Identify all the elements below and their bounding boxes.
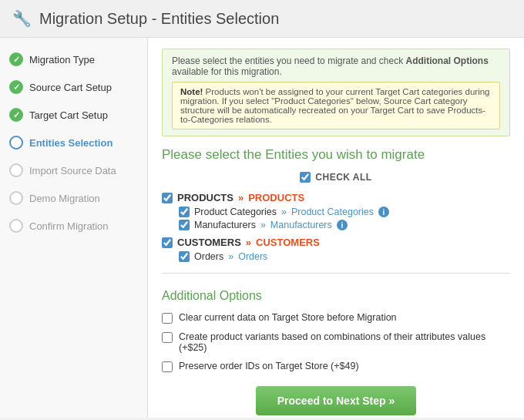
- product-categories-target: Product Categories: [291, 207, 374, 217]
- button-row: Proceed to Next Step »: [162, 386, 510, 415]
- manufacturers-target: Manufacturers: [270, 220, 332, 230]
- divider: [162, 273, 510, 274]
- manufacturers-checkbox[interactable]: [179, 220, 190, 230]
- customers-checkbox[interactable]: [162, 237, 173, 248]
- products-target-label: PRODUCTS: [248, 192, 304, 203]
- sidebar-item-migration-type[interactable]: Migration Type: [0, 45, 147, 73]
- main-content: Please select the entities you need to m…: [148, 38, 524, 418]
- inactive-icon-import-source-data: [9, 163, 23, 177]
- manufacturers-arrow: »: [260, 220, 266, 230]
- entity-main-products: PRODUCTS » PRODUCTS: [162, 192, 510, 203]
- sidebar-item-demo-migration[interactable]: Demo Migration: [0, 184, 147, 212]
- product-categories-info-icon[interactable]: i: [378, 207, 389, 217]
- info-box: Please select the entities you need to m…: [162, 49, 510, 136]
- entity-sub-manufacturers: Manufacturers » Manufacturers i: [179, 220, 510, 230]
- info-suffix: available for this migration.: [172, 66, 282, 77]
- sidebar-item-confirm-migration[interactable]: Confirm Migration: [0, 212, 147, 240]
- sidebar-item-target-cart-setup[interactable]: Target Cart Setup: [0, 101, 147, 129]
- manufacturers-source: Manufacturers: [194, 220, 256, 230]
- sidebar-item-import-source-data[interactable]: Import Source Data: [0, 156, 147, 184]
- header-icon: 🔧: [12, 9, 32, 28]
- check-all-row: CHECK ALL: [162, 172, 510, 183]
- proceed-button[interactable]: Proceed to Next Step »: [256, 386, 417, 415]
- sidebar-label-source-cart-setup: Source Cart Setup: [29, 82, 112, 93]
- sidebar: Migration Type Source Cart Setup Target …: [0, 38, 148, 418]
- option-product-variants: Create product variants based on combina…: [162, 331, 510, 353]
- sidebar-label-entities-selection: Entities Selection: [29, 137, 113, 149]
- product-variants-label: Create product variants based on combina…: [179, 331, 510, 353]
- check-all-checkbox[interactable]: [300, 172, 311, 183]
- page-title: Migration Setup - Entities Selection: [39, 10, 279, 28]
- note-label: Note!: [180, 87, 203, 96]
- orders-target: Orders: [238, 251, 267, 262]
- manufacturers-info-icon[interactable]: i: [337, 220, 348, 230]
- sidebar-label-target-cart-setup: Target Cart Setup: [29, 109, 108, 121]
- check-all-label: CHECK ALL: [315, 172, 371, 183]
- customers-source-label: CUSTOMERS: [177, 237, 241, 248]
- entity-group-products: PRODUCTS » PRODUCTS Product Categories »…: [162, 192, 510, 230]
- entity-group-customers: CUSTOMERS » CUSTOMERS Orders » Orders: [162, 237, 510, 262]
- entity-sub-product-categories: Product Categories » Product Categories …: [179, 207, 510, 217]
- sidebar-label-demo-migration: Demo Migration: [29, 193, 100, 204]
- note-box: Note! Products won't be assigned to your…: [172, 82, 500, 129]
- inactive-icon-demo-migration: [9, 191, 23, 205]
- inactive-icon-confirm-migration: [9, 219, 23, 233]
- info-message: Please select the entities you need to m…: [172, 55, 403, 66]
- page-header: 🔧 Migration Setup - Entities Selection: [0, 0, 524, 38]
- info-bold: Additional Options: [406, 55, 489, 66]
- entity-main-customers: CUSTOMERS » CUSTOMERS: [162, 237, 510, 248]
- products-arrow: »: [238, 192, 244, 203]
- completed-icon-target-cart-setup: [9, 108, 23, 122]
- product-categories-source: Product Categories: [194, 207, 277, 217]
- option-preserve-order-ids: Preserve order IDs on Target Store (+$49…: [162, 361, 510, 372]
- completed-icon-source-cart-setup: [9, 80, 23, 94]
- note-text: Products won't be assigned to your curre…: [180, 87, 490, 124]
- sidebar-item-source-cart-setup[interactable]: Source Cart Setup: [0, 73, 147, 101]
- section-title: Please select the Entities you wish to m…: [162, 147, 510, 163]
- option-clear-data: Clear current data on Target Store befor…: [162, 312, 510, 324]
- clear-data-label: Clear current data on Target Store befor…: [179, 312, 397, 323]
- entity-sub-orders: Orders » Orders: [179, 251, 510, 262]
- products-source-label: PRODUCTS: [177, 192, 233, 203]
- preserve-order-ids-checkbox[interactable]: [162, 361, 173, 372]
- additional-options-section: Additional Options Clear current data on…: [162, 289, 510, 372]
- orders-source: Orders: [194, 251, 223, 262]
- completed-icon-migration-type: [9, 52, 23, 66]
- orders-arrow: »: [228, 251, 233, 262]
- customers-arrow: »: [246, 237, 251, 248]
- product-categories-checkbox[interactable]: [179, 207, 190, 217]
- product-variants-checkbox[interactable]: [162, 332, 173, 343]
- preserve-order-ids-label: Preserve order IDs on Target Store (+$49…: [179, 361, 359, 371]
- orders-checkbox[interactable]: [179, 251, 190, 262]
- additional-options-title: Additional Options: [162, 289, 510, 303]
- main-layout: Migration Type Source Cart Setup Target …: [0, 38, 524, 418]
- sidebar-label-migration-type: Migration Type: [29, 54, 95, 66]
- products-checkbox[interactable]: [162, 193, 173, 203]
- sidebar-label-confirm-migration: Confirm Migration: [29, 220, 109, 232]
- clear-data-checkbox[interactable]: [162, 313, 173, 324]
- sidebar-label-import-source-data: Import Source Data: [29, 165, 116, 176]
- product-categories-arrow: »: [281, 207, 287, 217]
- active-icon-entities-selection: [9, 136, 23, 150]
- sidebar-item-entities-selection[interactable]: Entities Selection: [0, 129, 147, 156]
- customers-target-label: CUSTOMERS: [256, 237, 320, 248]
